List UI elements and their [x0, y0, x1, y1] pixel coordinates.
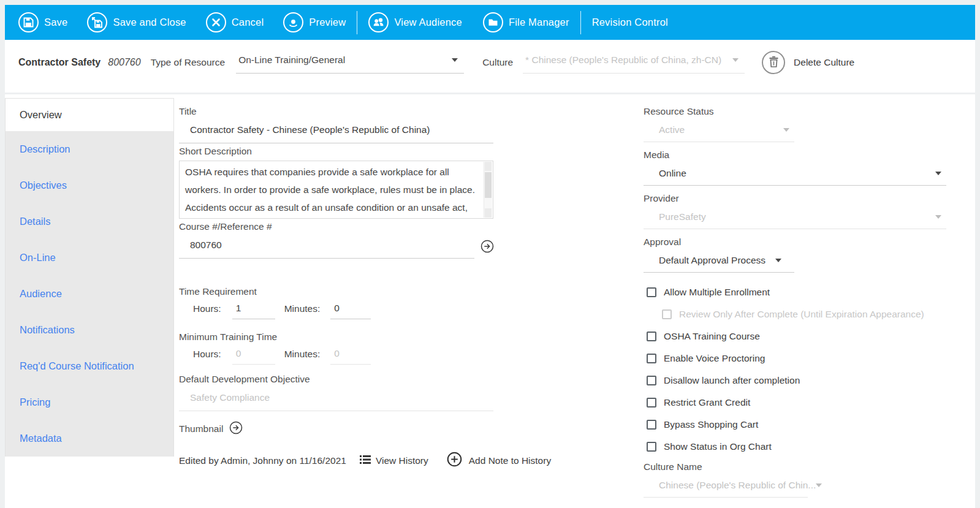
- view-history-button[interactable]: View History: [360, 455, 428, 467]
- approval-label: Approval: [644, 237, 946, 248]
- resource-status-value: Active: [659, 124, 685, 135]
- default-development-objective-input: Safety Compliance: [179, 392, 493, 411]
- view-history-label: View History: [376, 455, 428, 466]
- checkbox-allow-multiple-enrollment[interactable]: Allow Multiple Enrollment: [644, 281, 946, 303]
- minimum-training-time-row: Hours: 0 Minutes: 0: [179, 349, 493, 365]
- checkbox-review-only-after-complete: Review Only After Complete (Until Expira…: [644, 303, 946, 325]
- toolbar-divider: [357, 11, 357, 34]
- view-audience-icon: [368, 12, 389, 32]
- sidebar-item-description[interactable]: Description: [6, 131, 173, 167]
- checkbox-icon[interactable]: [647, 332, 656, 341]
- preview-icon: [283, 12, 303, 32]
- file-manager-icon: [483, 12, 503, 32]
- sidebar-item-reqd-course-notification[interactable]: Req'd Course Notification: [6, 348, 173, 384]
- sidebar-item-audience[interactable]: Audience: [6, 276, 173, 312]
- revision-control-button[interactable]: Revision Control: [592, 17, 668, 28]
- approval-value: Default Approval Process: [659, 255, 765, 266]
- cancel-label: Cancel: [232, 17, 264, 28]
- view-audience-label: View Audience: [394, 17, 462, 28]
- resource-status-select: Active: [644, 124, 794, 142]
- chevron-down-icon: [732, 58, 739, 62]
- sidebar-item-notifications[interactable]: Notifications: [6, 312, 173, 348]
- save-and-close-label: Save and Close: [113, 17, 186, 28]
- media-select[interactable]: Online: [644, 168, 946, 186]
- checkbox-restrict-grant-credit[interactable]: Restrict Grant Credit: [644, 392, 946, 414]
- cancel-button[interactable]: Cancel: [206, 12, 264, 32]
- time-requirement-row: Hours: 1 Minutes: 0: [179, 303, 493, 320]
- save-button[interactable]: Save: [18, 12, 67, 32]
- chevron-down-icon: [935, 215, 941, 219]
- sidebar-item-overview[interactable]: Overview: [6, 99, 173, 131]
- time-requirement-label: Time Requirement: [179, 286, 493, 297]
- checkbox-show-status-in-org-chart[interactable]: Show Status in Org Chart: [644, 436, 946, 458]
- time-hours-input[interactable]: 1: [232, 303, 275, 319]
- options-checkbox-list: Allow Multiple Enrollment Review Only Af…: [644, 281, 946, 458]
- provider-value: PureSafety: [659, 211, 706, 222]
- short-description-label: Short Description: [179, 146, 493, 157]
- checkbox-icon[interactable]: [647, 287, 656, 297]
- time-minutes-input[interactable]: 0: [330, 303, 371, 319]
- add-note-to-history-button[interactable]: Add Note to History: [447, 452, 551, 469]
- minimum-training-time-label: Minimum Training Time: [179, 332, 493, 343]
- culture-value: * Chinese (People's Republic of China, z…: [525, 55, 721, 66]
- delete-culture-button[interactable]: [762, 51, 785, 74]
- checkbox-icon[interactable]: [647, 442, 656, 452]
- min-minutes-input: 0: [330, 348, 371, 365]
- sidebar-nav: Overview Description Objectives Details …: [5, 98, 174, 457]
- preview-button[interactable]: Preview: [283, 12, 346, 32]
- hours-label: Hours:: [193, 349, 221, 360]
- checkbox-icon[interactable]: [647, 376, 656, 385]
- default-development-objective-label: Default Development Objective: [179, 374, 493, 385]
- approval-select[interactable]: Default Approval Process: [644, 255, 794, 273]
- chevron-down-icon: [452, 58, 458, 62]
- file-manager-label: File Manager: [509, 17, 569, 28]
- course-ref-picker-button[interactable]: [481, 240, 494, 256]
- sidebar-item-metadata[interactable]: Metadata: [6, 420, 173, 457]
- overview-form: Title Contractor Safety - Chinese (Peopl…: [179, 106, 493, 469]
- checkbox-icon[interactable]: [647, 420, 656, 430]
- checkbox-osha-training-course[interactable]: OSHA Training Course: [644, 325, 946, 347]
- checkbox-bypass-shopping-cart[interactable]: Bypass Shopping Cart: [644, 414, 946, 436]
- textarea-scrollbar[interactable]: [484, 162, 492, 218]
- sidebar-item-pricing[interactable]: Pricing: [6, 384, 173, 420]
- save-and-close-button[interactable]: Save and Close: [87, 12, 186, 32]
- scroll-up-button[interactable]: [485, 162, 492, 171]
- provider-label: Provider: [644, 193, 946, 204]
- delete-culture-label: Delete Culture: [794, 57, 854, 68]
- list-icon: [360, 455, 371, 467]
- course-ref-label: Course #/Reference #: [179, 221, 493, 232]
- culture-name-value: Chinese (People's Republic of Chin...: [659, 480, 816, 491]
- thumbnail-picker-button[interactable]: [229, 421, 243, 437]
- hours-label: Hours:: [193, 303, 221, 314]
- content-panel: Overview Description Objectives Details …: [5, 94, 975, 508]
- resource-title: Contractor Safety: [18, 57, 101, 68]
- minutes-label: Minutes:: [284, 349, 321, 360]
- checkbox-enable-voice-proctoring[interactable]: Enable Voice Proctoring: [644, 347, 946, 370]
- sidebar-item-online[interactable]: On-Line: [6, 240, 173, 276]
- title-input[interactable]: Contractor Safety - Chinese (People's Re…: [179, 124, 493, 143]
- title-label: Title: [179, 106, 493, 117]
- edited-by-text: Edited by Admin, Johnny on 11/16/2021: [179, 455, 346, 466]
- scroll-thumb[interactable]: [485, 172, 492, 198]
- checkbox-icon[interactable]: [647, 354, 656, 363]
- view-audience-button[interactable]: View Audience: [368, 12, 462, 32]
- culture-name-label: Culture Name: [644, 461, 946, 472]
- course-ref-input[interactable]: 800760: [179, 240, 474, 259]
- short-description-textarea[interactable]: OSHA requires that companies provide a s…: [179, 161, 493, 219]
- checkbox-icon[interactable]: [647, 398, 656, 408]
- file-manager-button[interactable]: File Manager: [483, 12, 569, 32]
- minutes-label: Minutes:: [284, 303, 321, 314]
- sidebar-item-objectives[interactable]: Objectives: [6, 167, 173, 203]
- resource-status-label: Resource Status: [644, 106, 946, 117]
- scroll-down-button[interactable]: [485, 208, 492, 218]
- media-label: Media: [644, 150, 946, 161]
- preview-label: Preview: [309, 17, 346, 28]
- resource-id: 800760: [108, 57, 140, 68]
- sidebar-item-details[interactable]: Details: [6, 203, 173, 240]
- short-description-value: OSHA requires that companies provide a s…: [185, 163, 477, 219]
- checkbox-disallow-launch-after-completion[interactable]: Disallow launch after completion: [644, 370, 946, 392]
- type-of-resource-select[interactable]: On-Line Training/General: [236, 52, 464, 74]
- trash-icon: [769, 56, 779, 70]
- resource-header-bar: Contractor Safety 800760 Type of Resourc…: [5, 40, 975, 93]
- type-of-resource-label: Type of Resource: [151, 57, 225, 68]
